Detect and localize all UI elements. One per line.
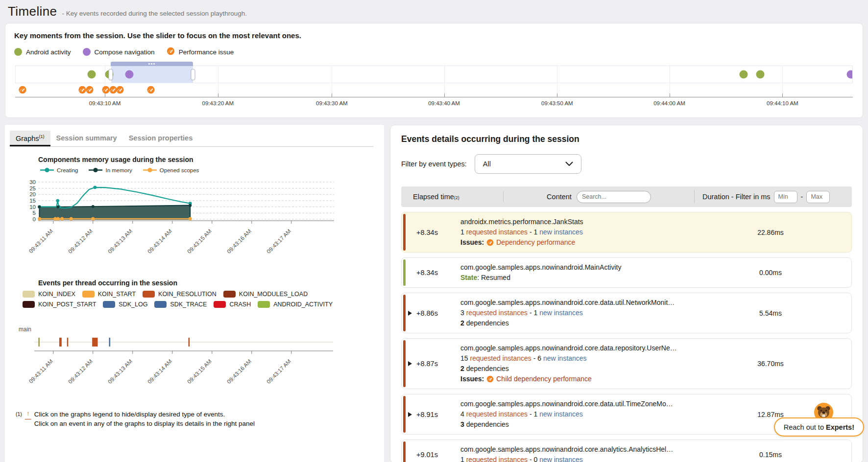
event-row[interactable]: +8.34sandroidx.metrics.performance.JankS… [401, 212, 852, 253]
row-dependencies: 2 dependencies [460, 364, 690, 374]
tab-session-properties[interactable]: Session properties [123, 131, 199, 146]
legend-line-marker-icon [40, 167, 54, 173]
thread-legend-crash[interactable]: CRASH [214, 301, 251, 308]
row-instances: 3 requested instances - 1 new instances [460, 308, 690, 318]
header-elapsed-time: Elapsed time(2) [401, 193, 503, 201]
android-activity-dot[interactable] [756, 70, 765, 79]
footnote-arrow-icon: ↑— [25, 410, 31, 429]
events-details-title: Events details occurring during the sess… [401, 134, 852, 144]
graphs-panel: Graphs(1)Session summarySession properti… [5, 125, 384, 462]
slider-handle-left[interactable] [108, 69, 113, 80]
content-search-input[interactable] [577, 191, 651, 203]
expand-row-icon[interactable] [408, 412, 412, 417]
memory-legend-opened-scopes[interactable]: Opened scopes [143, 167, 199, 173]
thread-legend-koin_resolution[interactable]: KOIN_RESOLUTION [143, 291, 217, 298]
event-row[interactable]: +8.86scom.google.samples.apps.nowinandro… [401, 293, 852, 333]
row-dependencies: 2 dependencies [460, 318, 690, 328]
performance-gauge-icon [486, 375, 494, 383]
thread-legend-koin_index[interactable]: KOIN_INDEX [23, 291, 75, 298]
tab-bar: Graphs(1)Session summarySession properti… [10, 131, 373, 147]
row-instances: 1 requested instances - 0 new instances [460, 455, 690, 462]
slider-drag-bar[interactable] [111, 62, 193, 66]
svg-text:09:43:12 AM: 09:43:12 AM [67, 228, 94, 254]
thread-legend-row: KOIN_POST_STARTSDK_LOGSDK_TRACECRASHANDR… [23, 301, 356, 308]
thread-legend-sdk_trace[interactable]: SDK_TRACE [154, 301, 207, 308]
axis-tick-label: 09:44:10 AM [767, 100, 798, 106]
performance-gauge-icon [486, 239, 494, 246]
page-subtitle: - Key events recorded during the selecte… [62, 10, 246, 17]
legend-swatch-icon [258, 301, 270, 308]
axis-tick-label: 09:43:50 AM [541, 100, 573, 106]
slider-track[interactable] [15, 66, 853, 83]
legend-swatch-icon [103, 301, 115, 308]
memory-usage-chart[interactable]: 05101520253009:43:11 AM09:43:12 AM09:43:… [15, 175, 358, 262]
svg-text:09:43:11 AM: 09:43:11 AM [28, 228, 54, 254]
performance-issue-marker[interactable] [147, 86, 155, 94]
memory-legend-creating[interactable]: Creating [40, 167, 78, 173]
thread-legend-koin_start[interactable]: KOIN_START [82, 291, 136, 298]
row-elapsed-time: +8.34s [402, 229, 460, 236]
page-header: Timeline - Key events recorded during th… [0, 0, 868, 23]
performance-gauge-icon [147, 86, 155, 94]
memory-legend-in-memory[interactable]: In memory [89, 167, 132, 173]
tab-graphs[interactable]: Graphs(1) [10, 131, 50, 146]
thread-legend-android_activity[interactable]: ANDROID_ACTIVITY [258, 301, 333, 308]
android-activity-dot[interactable] [88, 70, 96, 79]
axis-gridline [782, 65, 783, 96]
reach-out-experts-button[interactable]: Reach out to Experts! [774, 417, 864, 437]
thread-events-chart[interactable]: main09:43:11 AM09:43:12 AM09:43:13 AM09:… [15, 321, 358, 395]
event-row[interactable]: +8.34scom.google.samples.apps.nowinandro… [401, 257, 852, 288]
svg-text:10: 10 [29, 204, 36, 209]
slider-handle-right[interactable] [191, 69, 195, 80]
memory-chart-container: 05101520253009:43:11 AM09:43:12 AM09:43:… [15, 175, 379, 264]
legend-gauge-icon [167, 47, 175, 57]
compose-navigation-dot[interactable] [846, 70, 853, 79]
row-accent-bar [403, 214, 406, 251]
axis-tick-label: 09:43:40 AM [428, 100, 460, 106]
expert-text-bold: Experts! [826, 423, 854, 431]
thread-legend-sdk_log[interactable]: SDK_LOG [103, 301, 147, 308]
performance-issues-row [15, 86, 853, 96]
svg-text:09:43:16 AM: 09:43:16 AM [226, 228, 252, 254]
drag-grip-icon [151, 63, 152, 65]
axis-gridline [670, 65, 670, 96]
tab-session-summary[interactable]: Session summary [50, 131, 123, 146]
thread-legend-koin_post_start[interactable]: KOIN_POST_START [23, 301, 96, 308]
event-type-select[interactable]: All [475, 154, 581, 174]
expand-row-icon[interactable] [408, 311, 412, 316]
svg-text:main: main [19, 326, 31, 333]
compose-navigation-dot[interactable] [125, 70, 134, 79]
performance-issue-marker[interactable] [86, 86, 94, 94]
duration-min-input[interactable] [774, 191, 797, 203]
legend-swatch-icon [23, 301, 35, 308]
axis-tick-label: 09:43:20 AM [202, 100, 234, 106]
performance-gauge-icon [116, 86, 124, 94]
row-title: androidx.metrics.performance.JankStats [460, 217, 690, 227]
axis-tick [105, 93, 105, 97]
svg-text:09:43:16 AM: 09:43:16 AM [226, 358, 252, 385]
event-row[interactable]: +9.01scom.google.samples.apps.nowinandro… [401, 439, 852, 462]
timeline-legend: Android activityCompose navigationPerfor… [14, 47, 854, 57]
row-issues: Issues:Child dependency performance [460, 374, 690, 384]
row-accent-bar [403, 396, 406, 433]
svg-text:09:43:17 AM: 09:43:17 AM [265, 358, 292, 385]
axis-gridline [332, 65, 332, 96]
row-dependencies: 3 dependencies [460, 419, 690, 430]
expand-row-icon[interactable] [408, 361, 412, 366]
row-elapsed-time: +9.01s [402, 451, 460, 459]
row-title: com.google.samples.apps.nowinandroid.cor… [460, 343, 690, 353]
page-title: Timeline [8, 4, 57, 19]
thread-legend-koin_modules_load[interactable]: KOIN_MODULES_LOAD [223, 291, 308, 298]
slider-selected-range[interactable] [111, 66, 193, 83]
thread-chart-title: Events per thread occurring in the sessi… [38, 279, 379, 287]
event-row[interactable]: +8.87scom.google.samples.apps.nowinandro… [401, 338, 852, 389]
duration-max-input[interactable] [806, 191, 830, 203]
performance-issue-marker[interactable] [116, 86, 124, 94]
row-content: com.google.samples.apps.nowinandroid.cor… [460, 343, 690, 384]
chevron-down-icon [565, 162, 573, 166]
svg-text:09:43:11 AM: 09:43:11 AM [28, 358, 54, 385]
timeline-slider: 09:43:10 AM09:43:20 AM09:43:30 AM09:43:4… [15, 66, 853, 114]
svg-text:09:43:12 AM: 09:43:12 AM [67, 358, 94, 385]
performance-issue-marker[interactable] [19, 86, 27, 94]
android-activity-dot[interactable] [739, 70, 747, 79]
